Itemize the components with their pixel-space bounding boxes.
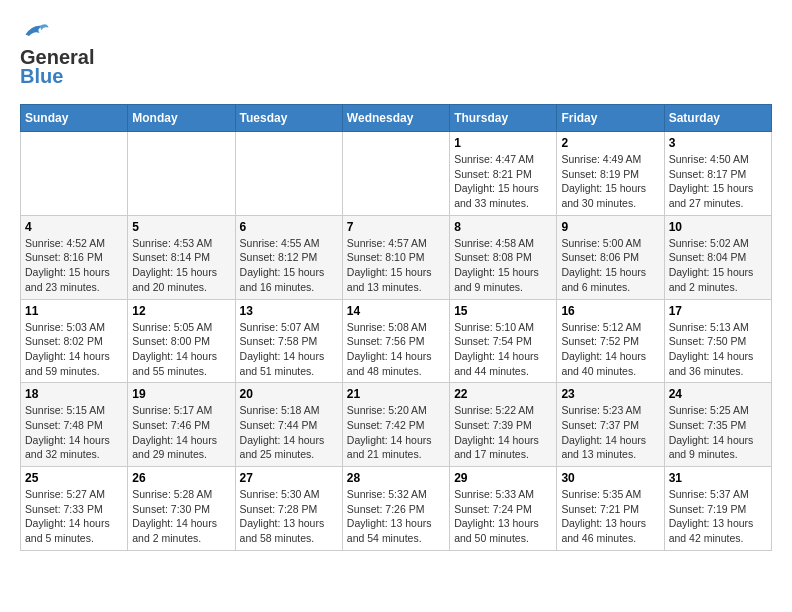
calendar-day-cell: 14Sunrise: 5:08 AM Sunset: 7:56 PM Dayli… bbox=[342, 299, 449, 383]
weekday-header-cell: Saturday bbox=[664, 105, 771, 132]
calendar-body: 1Sunrise: 4:47 AM Sunset: 8:21 PM Daylig… bbox=[21, 132, 772, 551]
calendar-day-cell bbox=[235, 132, 342, 216]
weekday-header-row: SundayMondayTuesdayWednesdayThursdayFrid… bbox=[21, 105, 772, 132]
day-number: 5 bbox=[132, 220, 230, 234]
calendar-day-cell: 15Sunrise: 5:10 AM Sunset: 7:54 PM Dayli… bbox=[450, 299, 557, 383]
day-number: 3 bbox=[669, 136, 767, 150]
day-info: Sunrise: 5:00 AM Sunset: 8:06 PM Dayligh… bbox=[561, 236, 659, 295]
day-info: Sunrise: 4:58 AM Sunset: 8:08 PM Dayligh… bbox=[454, 236, 552, 295]
calendar-day-cell: 13Sunrise: 5:07 AM Sunset: 7:58 PM Dayli… bbox=[235, 299, 342, 383]
day-number: 17 bbox=[669, 304, 767, 318]
day-info: Sunrise: 5:17 AM Sunset: 7:46 PM Dayligh… bbox=[132, 403, 230, 462]
day-number: 9 bbox=[561, 220, 659, 234]
day-info: Sunrise: 5:07 AM Sunset: 7:58 PM Dayligh… bbox=[240, 320, 338, 379]
day-number: 23 bbox=[561, 387, 659, 401]
calendar-day-cell: 21Sunrise: 5:20 AM Sunset: 7:42 PM Dayli… bbox=[342, 383, 449, 467]
calendar-day-cell: 10Sunrise: 5:02 AM Sunset: 8:04 PM Dayli… bbox=[664, 215, 771, 299]
day-info: Sunrise: 5:13 AM Sunset: 7:50 PM Dayligh… bbox=[669, 320, 767, 379]
logo-icon bbox=[22, 20, 50, 42]
calendar-day-cell bbox=[342, 132, 449, 216]
day-number: 25 bbox=[25, 471, 123, 485]
day-number: 31 bbox=[669, 471, 767, 485]
day-number: 6 bbox=[240, 220, 338, 234]
day-number: 26 bbox=[132, 471, 230, 485]
calendar-day-cell: 7Sunrise: 4:57 AM Sunset: 8:10 PM Daylig… bbox=[342, 215, 449, 299]
day-info: Sunrise: 5:33 AM Sunset: 7:24 PM Dayligh… bbox=[454, 487, 552, 546]
calendar-day-cell: 8Sunrise: 4:58 AM Sunset: 8:08 PM Daylig… bbox=[450, 215, 557, 299]
weekday-header-cell: Wednesday bbox=[342, 105, 449, 132]
day-info: Sunrise: 5:02 AM Sunset: 8:04 PM Dayligh… bbox=[669, 236, 767, 295]
day-info: Sunrise: 4:52 AM Sunset: 8:16 PM Dayligh… bbox=[25, 236, 123, 295]
calendar-day-cell: 17Sunrise: 5:13 AM Sunset: 7:50 PM Dayli… bbox=[664, 299, 771, 383]
calendar-day-cell: 29Sunrise: 5:33 AM Sunset: 7:24 PM Dayli… bbox=[450, 467, 557, 551]
calendar-day-cell: 9Sunrise: 5:00 AM Sunset: 8:06 PM Daylig… bbox=[557, 215, 664, 299]
day-number: 16 bbox=[561, 304, 659, 318]
day-info: Sunrise: 4:57 AM Sunset: 8:10 PM Dayligh… bbox=[347, 236, 445, 295]
day-info: Sunrise: 5:30 AM Sunset: 7:28 PM Dayligh… bbox=[240, 487, 338, 546]
calendar-day-cell: 26Sunrise: 5:28 AM Sunset: 7:30 PM Dayli… bbox=[128, 467, 235, 551]
day-number: 12 bbox=[132, 304, 230, 318]
day-info: Sunrise: 5:25 AM Sunset: 7:35 PM Dayligh… bbox=[669, 403, 767, 462]
day-info: Sunrise: 5:28 AM Sunset: 7:30 PM Dayligh… bbox=[132, 487, 230, 546]
calendar-day-cell: 1Sunrise: 4:47 AM Sunset: 8:21 PM Daylig… bbox=[450, 132, 557, 216]
calendar-day-cell: 23Sunrise: 5:23 AM Sunset: 7:37 PM Dayli… bbox=[557, 383, 664, 467]
day-info: Sunrise: 4:49 AM Sunset: 8:19 PM Dayligh… bbox=[561, 152, 659, 211]
calendar-week-row: 4Sunrise: 4:52 AM Sunset: 8:16 PM Daylig… bbox=[21, 215, 772, 299]
day-number: 4 bbox=[25, 220, 123, 234]
day-number: 28 bbox=[347, 471, 445, 485]
weekday-header-cell: Tuesday bbox=[235, 105, 342, 132]
day-info: Sunrise: 5:12 AM Sunset: 7:52 PM Dayligh… bbox=[561, 320, 659, 379]
calendar-day-cell: 4Sunrise: 4:52 AM Sunset: 8:16 PM Daylig… bbox=[21, 215, 128, 299]
day-number: 29 bbox=[454, 471, 552, 485]
calendar-week-row: 1Sunrise: 4:47 AM Sunset: 8:21 PM Daylig… bbox=[21, 132, 772, 216]
calendar-day-cell: 18Sunrise: 5:15 AM Sunset: 7:48 PM Dayli… bbox=[21, 383, 128, 467]
calendar-day-cell: 27Sunrise: 5:30 AM Sunset: 7:28 PM Dayli… bbox=[235, 467, 342, 551]
calendar-table: SundayMondayTuesdayWednesdayThursdayFrid… bbox=[20, 104, 772, 551]
day-info: Sunrise: 5:37 AM Sunset: 7:19 PM Dayligh… bbox=[669, 487, 767, 546]
day-info: Sunrise: 5:20 AM Sunset: 7:42 PM Dayligh… bbox=[347, 403, 445, 462]
day-number: 18 bbox=[25, 387, 123, 401]
calendar-week-row: 11Sunrise: 5:03 AM Sunset: 8:02 PM Dayli… bbox=[21, 299, 772, 383]
day-number: 2 bbox=[561, 136, 659, 150]
calendar-day-cell: 6Sunrise: 4:55 AM Sunset: 8:12 PM Daylig… bbox=[235, 215, 342, 299]
weekday-header-cell: Sunday bbox=[21, 105, 128, 132]
calendar-day-cell: 12Sunrise: 5:05 AM Sunset: 8:00 PM Dayli… bbox=[128, 299, 235, 383]
day-number: 19 bbox=[132, 387, 230, 401]
calendar-day-cell: 30Sunrise: 5:35 AM Sunset: 7:21 PM Dayli… bbox=[557, 467, 664, 551]
page-header: General Blue bbox=[20, 20, 772, 88]
day-number: 22 bbox=[454, 387, 552, 401]
calendar-day-cell: 28Sunrise: 5:32 AM Sunset: 7:26 PM Dayli… bbox=[342, 467, 449, 551]
day-number: 7 bbox=[347, 220, 445, 234]
calendar-day-cell: 22Sunrise: 5:22 AM Sunset: 7:39 PM Dayli… bbox=[450, 383, 557, 467]
day-info: Sunrise: 5:23 AM Sunset: 7:37 PM Dayligh… bbox=[561, 403, 659, 462]
weekday-header-cell: Friday bbox=[557, 105, 664, 132]
day-info: Sunrise: 4:47 AM Sunset: 8:21 PM Dayligh… bbox=[454, 152, 552, 211]
calendar-week-row: 25Sunrise: 5:27 AM Sunset: 7:33 PM Dayli… bbox=[21, 467, 772, 551]
day-info: Sunrise: 5:08 AM Sunset: 7:56 PM Dayligh… bbox=[347, 320, 445, 379]
day-number: 11 bbox=[25, 304, 123, 318]
calendar-day-cell: 16Sunrise: 5:12 AM Sunset: 7:52 PM Dayli… bbox=[557, 299, 664, 383]
day-number: 24 bbox=[669, 387, 767, 401]
day-number: 14 bbox=[347, 304, 445, 318]
calendar-day-cell: 2Sunrise: 4:49 AM Sunset: 8:19 PM Daylig… bbox=[557, 132, 664, 216]
day-number: 30 bbox=[561, 471, 659, 485]
calendar-day-cell: 5Sunrise: 4:53 AM Sunset: 8:14 PM Daylig… bbox=[128, 215, 235, 299]
day-info: Sunrise: 4:50 AM Sunset: 8:17 PM Dayligh… bbox=[669, 152, 767, 211]
day-info: Sunrise: 5:27 AM Sunset: 7:33 PM Dayligh… bbox=[25, 487, 123, 546]
day-number: 15 bbox=[454, 304, 552, 318]
day-info: Sunrise: 5:22 AM Sunset: 7:39 PM Dayligh… bbox=[454, 403, 552, 462]
day-info: Sunrise: 5:35 AM Sunset: 7:21 PM Dayligh… bbox=[561, 487, 659, 546]
day-info: Sunrise: 5:10 AM Sunset: 7:54 PM Dayligh… bbox=[454, 320, 552, 379]
calendar-day-cell: 3Sunrise: 4:50 AM Sunset: 8:17 PM Daylig… bbox=[664, 132, 771, 216]
day-number: 13 bbox=[240, 304, 338, 318]
day-info: Sunrise: 5:18 AM Sunset: 7:44 PM Dayligh… bbox=[240, 403, 338, 462]
day-info: Sunrise: 4:53 AM Sunset: 8:14 PM Dayligh… bbox=[132, 236, 230, 295]
calendar-day-cell: 11Sunrise: 5:03 AM Sunset: 8:02 PM Dayli… bbox=[21, 299, 128, 383]
weekday-header-cell: Thursday bbox=[450, 105, 557, 132]
calendar-day-cell: 31Sunrise: 5:37 AM Sunset: 7:19 PM Dayli… bbox=[664, 467, 771, 551]
day-info: Sunrise: 4:55 AM Sunset: 8:12 PM Dayligh… bbox=[240, 236, 338, 295]
calendar-day-cell: 25Sunrise: 5:27 AM Sunset: 7:33 PM Dayli… bbox=[21, 467, 128, 551]
day-number: 8 bbox=[454, 220, 552, 234]
day-number: 21 bbox=[347, 387, 445, 401]
calendar-day-cell: 19Sunrise: 5:17 AM Sunset: 7:46 PM Dayli… bbox=[128, 383, 235, 467]
